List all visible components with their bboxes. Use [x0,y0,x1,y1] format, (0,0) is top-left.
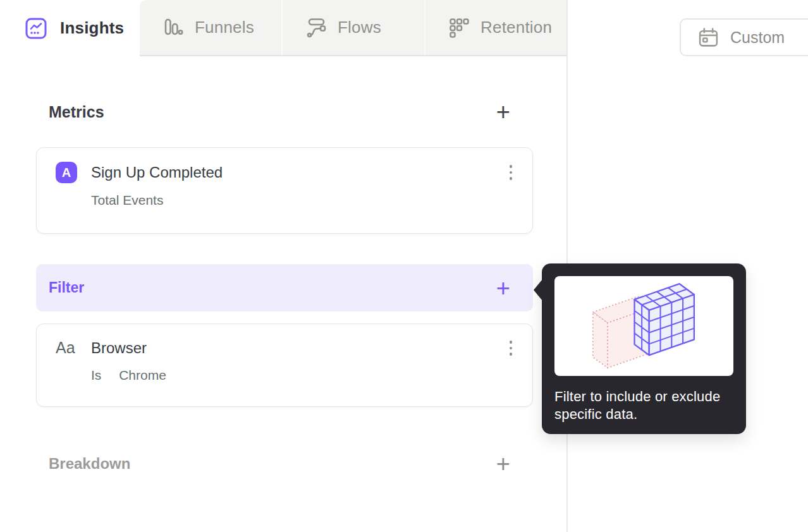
funnel-bars-icon [162,17,184,39]
metric-card-header: A Sign Up Completed [37,148,532,183]
kebab-menu-icon[interactable] [507,162,515,183]
inactive-tabs-group: Funnels Flows [140,0,567,56]
add-breakdown-button[interactable]: + [496,457,510,471]
filter-title: Filter [49,279,84,296]
tab-funnels[interactable]: Funnels [140,0,281,55]
metrics-title: Metrics [49,103,104,121]
add-filter-button[interactable]: + [496,281,510,295]
report-type-tabbar: Insights Funnels Flows [0,0,567,56]
filter-cube-illustration [571,280,718,373]
custom-date-range-label: Custom [730,28,785,47]
filter-section-header[interactable]: Filter + [36,264,533,311]
metrics-section-header: Metrics + [36,96,533,128]
breakdown-section-header: Breakdown + [36,442,533,485]
filter-condition[interactable]: Is Chrome [37,358,532,383]
metric-event-name: Sign Up Completed [91,164,493,181]
tab-insights-label: Insights [60,18,124,38]
tooltip-illustration-frame [554,276,733,376]
tooltip-text: Filter to include or exclude specific da… [554,388,726,423]
tab-flows[interactable]: Flows [281,0,424,55]
metric-card[interactable]: A Sign Up Completed Total Events [36,147,533,234]
tooltip-arrow [534,279,542,301]
metric-series-badge: A [56,162,77,183]
flow-wave-icon [305,17,327,39]
string-property-icon: Aa [56,339,77,357]
filter-value[interactable]: Chrome [119,368,166,382]
tab-funnels-label: Funnels [195,18,254,37]
breakdown-title: Breakdown [49,455,130,473]
tab-insights[interactable]: Insights [0,0,140,56]
metric-aggregation-label[interactable]: Total Events [37,183,532,208]
tab-flows-label: Flows [338,18,381,37]
kebab-menu-icon[interactable] [507,338,515,358]
filter-card[interactable]: Aa Browser Is Chrome [36,323,533,407]
filter-card-header: Aa Browser [37,324,532,358]
filter-property-name: Browser [91,339,493,357]
tab-retention[interactable]: Retention [424,0,567,55]
line-chart-icon [25,18,47,39]
insights-report-screen: Insights Funnels Flows [0,0,808,532]
add-metric-button[interactable]: + [496,105,510,119]
custom-date-range-button[interactable]: Custom [680,18,808,56]
filter-operator[interactable]: Is [91,368,101,382]
tab-retention-label: Retention [481,18,552,37]
calendar-icon [697,27,719,49]
cohort-dot-grid-icon [448,17,470,39]
filter-tooltip: Filter to include or exclude specific da… [542,263,746,434]
